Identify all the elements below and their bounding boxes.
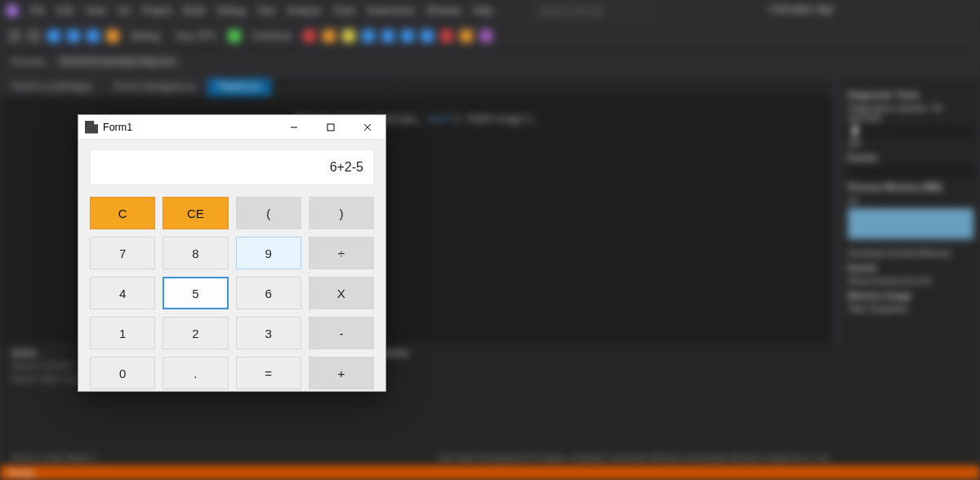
clear-button[interactable]: C: [90, 197, 155, 229]
add-button[interactable]: +: [309, 357, 374, 389]
digit-4-button[interactable]: 4: [90, 277, 155, 309]
form1-window: Form1 6+2-5 CCE()789÷456X123-0.=+: [78, 114, 386, 392]
equals-button[interactable]: =: [236, 357, 301, 389]
ide-menubar: FileEditView GitProjectBuild DebugTestAn…: [0, 0, 980, 21]
maximize-button[interactable]: [312, 115, 349, 140]
svg-rect-1: [327, 124, 334, 131]
ide-title: Calculator App: [769, 3, 833, 15]
ide-search[interactable]: Search (Ctrl+Q): [532, 3, 652, 18]
calc-keypad: CCE()789÷456X123-0.=+: [90, 197, 374, 389]
app-icon: [85, 121, 98, 134]
open-paren-button[interactable]: (: [236, 197, 301, 229]
digit-5-button[interactable]: 5: [163, 277, 228, 309]
subtract-button[interactable]: -: [309, 317, 374, 349]
decimal-button[interactable]: .: [163, 357, 228, 389]
ide-statusbar: Ready: [0, 465, 980, 480]
digit-9-button[interactable]: 9: [236, 237, 301, 269]
digit-2-button[interactable]: 2: [163, 317, 228, 349]
close-button[interactable]: [349, 115, 385, 140]
multiply-button[interactable]: X: [309, 277, 374, 309]
titlebar[interactable]: Form1: [78, 115, 385, 140]
divide-button[interactable]: ÷: [309, 237, 374, 269]
digit-7-button[interactable]: 7: [90, 237, 155, 269]
digit-8-button[interactable]: 8: [163, 237, 228, 269]
digit-0-button[interactable]: 0: [90, 357, 155, 389]
digit-1-button[interactable]: 1: [90, 317, 155, 349]
vs-logo-icon: [7, 5, 18, 16]
diagnostics-panel: Diagnostic Tools Diagnostics session: 18…: [841, 78, 980, 465]
digit-3-button[interactable]: 3: [236, 317, 301, 349]
ide-tabs: Form1.cs [Design] Form1.Designer.cs Form…: [0, 78, 833, 96]
ide-toolbar: DebugAny CPU Continue: [0, 21, 980, 51]
minimize-button[interactable]: [275, 115, 312, 140]
clear-entry-button[interactable]: CE: [163, 197, 228, 229]
calc-display: 6+2-5: [90, 149, 374, 185]
window-title: Form1: [103, 122, 132, 133]
digit-6-button[interactable]: 6: [236, 277, 301, 309]
close-paren-button[interactable]: ): [309, 197, 374, 229]
